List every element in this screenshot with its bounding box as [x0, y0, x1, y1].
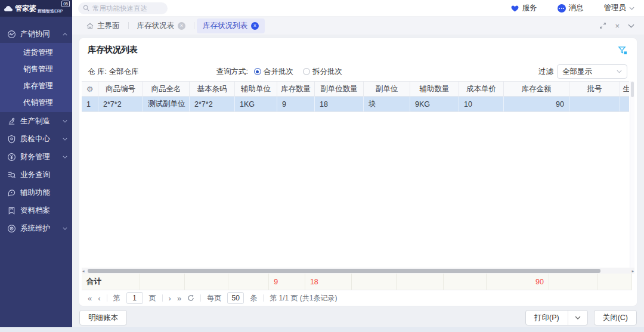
cell-product-name: 测试副单位 [143, 97, 190, 111]
cell-stock-amount: 90 [504, 97, 569, 111]
sidebar-item-label: 质检中心 [20, 134, 58, 144]
cell-subunit-qty: 18 [315, 97, 364, 111]
content-panel: 库存状况列表 仓 库: 全部仓库 查询方式: 合并批次 拆分批次 过滤 全部显示 [79, 38, 637, 306]
tab-close-icon[interactable]: × [178, 22, 185, 30]
first-page-button[interactable]: « [88, 294, 92, 303]
tab-kucunzhuangkuangliebiao[interactable]: 库存状况列表 × [197, 18, 265, 33]
sidebar-subitem-daixiao[interactable]: 代销管理 [0, 94, 72, 111]
top-bar: 管家婆 辉煌智造ERP 05 服务 消息 管理员 [0, 0, 644, 17]
column-settings-icon[interactable]: ⚙ [86, 85, 94, 94]
filter-select[interactable]: 全部显示 [557, 64, 627, 79]
refresh-icon[interactable] [187, 294, 194, 302]
sidebar-subitem-jinhuo[interactable]: 进货管理 [0, 44, 72, 61]
print-button[interactable]: 打印(P) [526, 311, 568, 325]
col-header[interactable]: 副单位 [364, 82, 410, 96]
user-menu[interactable]: 管理员 [604, 3, 635, 13]
col-header[interactable]: 批号 [569, 82, 620, 96]
next-page-button[interactable]: › [169, 294, 171, 303]
page-summary: 第 1/1 页 (共1条记录) [270, 293, 337, 303]
finance-yen-icon [7, 153, 16, 162]
app-window: 管家婆 辉煌智造ERP 05 服务 消息 管理员 [0, 0, 644, 332]
prev-page-button[interactable]: ‹ [98, 294, 100, 303]
scroll-right-arrow[interactable]: ▸ [631, 269, 634, 274]
quick-search[interactable] [78, 2, 168, 14]
system-gear-icon [7, 224, 16, 233]
tab-label: 主界面 [97, 21, 120, 31]
sidebar-item-shengchanzhizao[interactable]: 生产制造 [0, 112, 72, 130]
cell-product-code: 2*7*2 [98, 97, 143, 111]
page-title: 库存状况列表 [88, 45, 618, 55]
horizontal-scrollbar[interactable]: ◂ ▸ [82, 268, 634, 274]
filter-funnel-icon[interactable] [618, 46, 627, 55]
sidebar-item-yewuchaxun[interactable]: 业务查询 [0, 166, 72, 184]
service-menu[interactable]: 服务 [510, 3, 537, 13]
close-button[interactable]: 关闭(C) [594, 310, 637, 325]
cloud-logo-icon [4, 5, 13, 12]
col-header[interactable]: 商品编号 [98, 82, 143, 96]
last-page-button[interactable]: » [177, 294, 181, 303]
page-number-input[interactable] [126, 292, 143, 304]
col-header[interactable]: 生产日期 [620, 82, 629, 96]
sidebar-item-label: 系统维护 [20, 224, 58, 234]
maximize-icon[interactable] [599, 22, 606, 29]
sidebar-subitem-xiaoshou[interactable]: 销售管理 [0, 61, 72, 77]
query-search-icon [7, 170, 16, 179]
sidebar-item-chanxiaoxietong[interactable]: 产销协同 [0, 25, 72, 43]
sidebar-item-zhijianzhongxin[interactable]: 质检中心 [0, 130, 72, 148]
totals-cell [444, 274, 487, 290]
quick-search-input[interactable] [92, 5, 158, 12]
radio-label: 合并批次 [264, 67, 293, 77]
sidebar-subitem-kucun[interactable]: 库存管理 [0, 77, 72, 94]
horizontal-scroll-thumb[interactable] [88, 269, 600, 273]
cell-aux-unit: 1KG [235, 97, 277, 111]
totals-cell [140, 274, 185, 290]
col-header[interactable]: 基本条码 [190, 82, 235, 96]
col-header[interactable]: 辅助数量 [410, 82, 459, 96]
archive-bookmark-icon [7, 206, 16, 215]
sidebar-item-ziliaodangan[interactable]: 资料档案 [0, 201, 72, 219]
col-header[interactable]: 副单位数量 [315, 82, 364, 96]
sidebar-item-caiwuguanli[interactable]: 财务管理 [0, 148, 72, 166]
tab-home[interactable]: 主界面 [80, 18, 126, 33]
vertical-scrollbar[interactable] [630, 81, 634, 268]
detail-ledger-button[interactable]: 明细账本 [79, 310, 127, 325]
col-header[interactable]: 成本单价 [459, 82, 504, 96]
row-number: 1 [82, 97, 98, 111]
tab-separator [194, 22, 194, 29]
subitem-label: 库存管理 [23, 81, 53, 91]
cell-batch-no [569, 97, 620, 111]
radio-split-batch[interactable]: 拆分批次 [303, 67, 342, 77]
logo-text: 管家婆 [15, 4, 36, 14]
col-header[interactable]: 辅助单位 [235, 82, 277, 96]
search-icon [83, 5, 89, 11]
collapse-chevron-icon[interactable] [628, 24, 634, 28]
message-menu[interactable]: 消息 [558, 3, 584, 13]
sidebar-item-label: 业务查询 [20, 170, 67, 180]
warehouse-value[interactable]: 全部仓库 [109, 67, 138, 77]
sidebar-item-fuzhugongneng[interactable]: 辅助功能 [0, 184, 72, 201]
cell-stock-qty: 9 [277, 97, 315, 111]
table-row-selected[interactable]: 1 2*7*2 测试副单位 2*7*2 1KG 9 18 块 9KG 10 90 [82, 97, 629, 112]
grid-header-row: ⚙ 商品编号 商品全名 基本条码 辅助单位 库存数量 副单位数量 副单位 辅助数… [82, 81, 629, 97]
col-header[interactable]: 库存金额 [504, 82, 569, 96]
radio-unchecked-icon [303, 68, 310, 75]
tab-close-icon[interactable]: × [251, 22, 259, 30]
totals-cell [549, 274, 597, 290]
radio-merge-batch[interactable]: 合并批次 [254, 67, 293, 77]
filter-row: 仓 库: 全部仓库 查询方式: 合并批次 拆分批次 过滤 全部显示 [79, 62, 637, 81]
per-page-input[interactable] [227, 292, 244, 304]
chevron-down-icon [63, 138, 67, 141]
tab-kucunzhuangkuangbiao[interactable]: 库存状况表 × [131, 18, 192, 33]
col-header[interactable]: 库存数量 [277, 82, 315, 96]
per-page-suffix: 条 [250, 293, 257, 303]
close-icon[interactable]: × [615, 22, 620, 30]
col-header[interactable]: 商品全名 [143, 82, 190, 96]
subitem-label: 销售管理 [23, 64, 53, 75]
scroll-left-arrow[interactable]: ◂ [82, 269, 85, 274]
print-dropdown-button[interactable] [568, 311, 587, 325]
sidebar-item-xitongweihu[interactable]: 系统维护 [0, 219, 72, 237]
tab-separator [128, 22, 129, 29]
sidebar-item-label: 生产制造 [20, 116, 58, 126]
print-split-button: 打印(P) [525, 310, 588, 325]
subitem-label: 代销管理 [23, 98, 53, 108]
